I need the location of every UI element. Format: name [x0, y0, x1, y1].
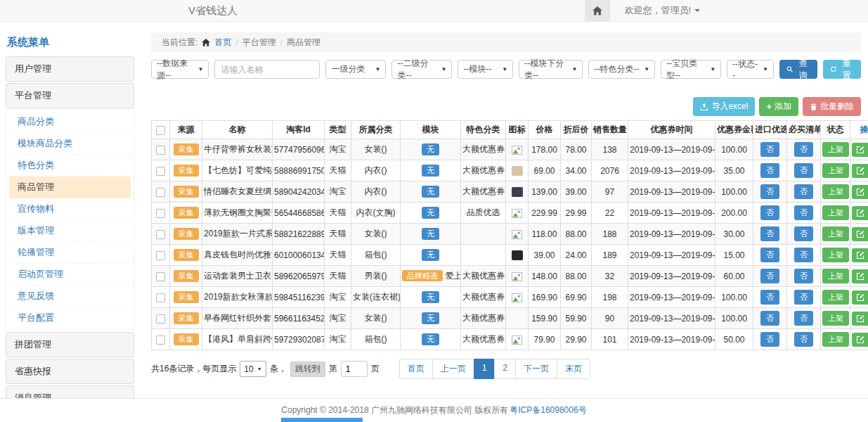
edit-button[interactable]: [852, 312, 868, 326]
row-checkbox[interactable]: [156, 188, 165, 197]
sidebar-item-link[interactable]: 意见反馈: [9, 286, 131, 307]
row-checkbox[interactable]: [156, 335, 165, 345]
import-excel-button[interactable]: 导入excel: [693, 97, 755, 116]
import-select-toggle[interactable]: 否: [760, 332, 779, 347]
select-all-checkbox[interactable]: [156, 126, 165, 135]
status-toggle[interactable]: 上架: [822, 142, 849, 157]
pager-button-首页[interactable]: 首页: [399, 359, 433, 379]
filter-select[interactable]: --宝贝类型--▼: [661, 60, 721, 79]
sidebar-item-link[interactable]: 轮播管理: [9, 242, 131, 264]
import-select-toggle[interactable]: 否: [760, 311, 779, 326]
filter-select[interactable]: --模块下分类--▼: [519, 60, 583, 79]
status-toggle[interactable]: 上架: [822, 248, 849, 262]
sales-cell: 32: [592, 266, 628, 287]
pager-button-2[interactable]: 2: [494, 359, 516, 379]
source-badge: 采集: [174, 270, 199, 281]
row-checkbox[interactable]: [156, 293, 165, 302]
name-filter-input[interactable]: [214, 60, 320, 79]
row-checkbox[interactable]: [156, 167, 165, 176]
sidebar-section-item[interactable]: 拼团管理: [6, 332, 134, 357]
sidebar-section-item[interactable]: 用户管理: [6, 56, 134, 82]
import-select-toggle[interactable]: 否: [760, 205, 779, 220]
must-buy-toggle[interactable]: 否: [794, 332, 813, 347]
edit-button[interactable]: [852, 290, 868, 305]
import-select-toggle[interactable]: 否: [760, 226, 779, 241]
row-checkbox[interactable]: [156, 230, 165, 239]
edit-button[interactable]: [852, 143, 868, 157]
import-select-toggle[interactable]: 否: [760, 248, 779, 262]
add-button[interactable]: + 添加: [759, 97, 798, 116]
filter-select[interactable]: --特色分类--▼: [588, 60, 655, 79]
sidebar-item-link[interactable]: 模块商品分类: [9, 133, 131, 155]
status-toggle[interactable]: 上架: [822, 269, 849, 283]
import-select-toggle[interactable]: 否: [760, 142, 779, 157]
pager-button-1[interactable]: 1: [474, 359, 495, 379]
source-cell: 采集: [170, 287, 202, 308]
page-number-input[interactable]: [341, 361, 368, 377]
row-checkbox[interactable]: [156, 209, 165, 218]
row-checkbox[interactable]: [156, 314, 165, 324]
edit-button[interactable]: [852, 185, 868, 199]
filter-select[interactable]: --二级分类--▼: [391, 60, 452, 79]
filter-select[interactable]: --状态--▼: [727, 60, 774, 79]
search-button[interactable]: 查询: [779, 60, 817, 79]
sidebar-item-active[interactable]: 商品管理: [9, 177, 131, 198]
per-page-select[interactable]: 10 ▼: [240, 361, 266, 377]
must-buy-toggle[interactable]: 否: [794, 163, 813, 178]
status-toggle[interactable]: 上架: [822, 311, 849, 326]
filter-select[interactable]: --模块--▼: [458, 60, 513, 79]
home-button[interactable]: [585, 0, 610, 21]
user-menu[interactable]: 欢迎您，管理员!: [610, 4, 710, 17]
sidebar-section-item[interactable]: 省惠快报: [6, 359, 134, 384]
sidebar-item-link[interactable]: 宣传物料: [9, 198, 131, 220]
must-buy-toggle[interactable]: 否: [794, 142, 813, 157]
must-buy-toggle[interactable]: 否: [794, 205, 813, 220]
edit-button[interactable]: [852, 333, 868, 347]
import-select-toggle[interactable]: 否: [760, 163, 779, 178]
sidebar-item-link[interactable]: 版本管理: [9, 220, 131, 242]
edit-button[interactable]: [852, 206, 868, 220]
pager-button-上一页[interactable]: 上一页: [432, 359, 474, 379]
reset-button[interactable]: 重置: [823, 60, 861, 79]
status-toggle[interactable]: 上架: [822, 205, 849, 220]
must-buy-toggle[interactable]: 否: [794, 290, 813, 305]
batch-delete-button[interactable]: 批量删除: [803, 97, 861, 116]
edit-button[interactable]: [852, 227, 868, 241]
breadcrumb-home-link[interactable]: 首页: [214, 37, 231, 49]
import-select-toggle[interactable]: 否: [760, 269, 779, 283]
must-buy-toggle[interactable]: 否: [794, 226, 813, 241]
must-buy-toggle[interactable]: 否: [794, 248, 813, 262]
sidebar-section-item[interactable]: 消息管理: [6, 385, 134, 398]
status-toggle[interactable]: 上架: [822, 332, 849, 347]
edit-button[interactable]: [852, 164, 868, 178]
coupon-amount-cell: 100.00: [715, 139, 753, 160]
filter-select[interactable]: --数据来源--▼: [151, 60, 209, 79]
filter-bar: --数据来源--▼一级分类▼--二级分类--▼--模块--▼--模块下分类--▼…: [151, 60, 861, 79]
edit-button[interactable]: [852, 248, 868, 262]
row-checkbox[interactable]: [156, 146, 165, 155]
import-select-toggle[interactable]: 否: [760, 184, 779, 199]
jump-button[interactable]: 跳转到: [290, 362, 325, 377]
sidebar-item-link[interactable]: 启动页管理: [9, 264, 131, 286]
must-buy-toggle[interactable]: 否: [794, 311, 813, 326]
must-buy-toggle[interactable]: 否: [794, 184, 813, 199]
filter-select[interactable]: 一级分类▼: [325, 60, 386, 79]
sidebar-section-item[interactable]: 平台管理: [6, 83, 134, 108]
table-row: 采集运动套装男士卫衣初秋...589620659791天猫男装()品牌精选 爱上…: [152, 266, 868, 287]
import-select-toggle[interactable]: 否: [760, 290, 779, 305]
status-toggle[interactable]: 上架: [822, 290, 849, 305]
sidebar-item-link[interactable]: 平台配置: [9, 307, 131, 329]
status-toggle[interactable]: 上架: [822, 163, 849, 178]
must-buy-toggle[interactable]: 否: [794, 269, 813, 283]
trash-icon: [810, 103, 817, 111]
row-checkbox[interactable]: [156, 272, 165, 281]
pager-button-末页[interactable]: 末页: [557, 359, 590, 379]
pager-button-下一页[interactable]: 下一页: [515, 359, 557, 379]
sidebar-item-link[interactable]: 特色分类: [9, 155, 131, 177]
row-checkbox[interactable]: [156, 251, 165, 260]
edit-button[interactable]: [852, 269, 868, 283]
status-toggle[interactable]: 上架: [822, 184, 849, 199]
sidebar-item-link[interactable]: 商品分类: [9, 111, 131, 133]
status-toggle[interactable]: 上架: [822, 226, 849, 241]
icp-link[interactable]: 粤ICP备16098006号: [510, 404, 586, 416]
